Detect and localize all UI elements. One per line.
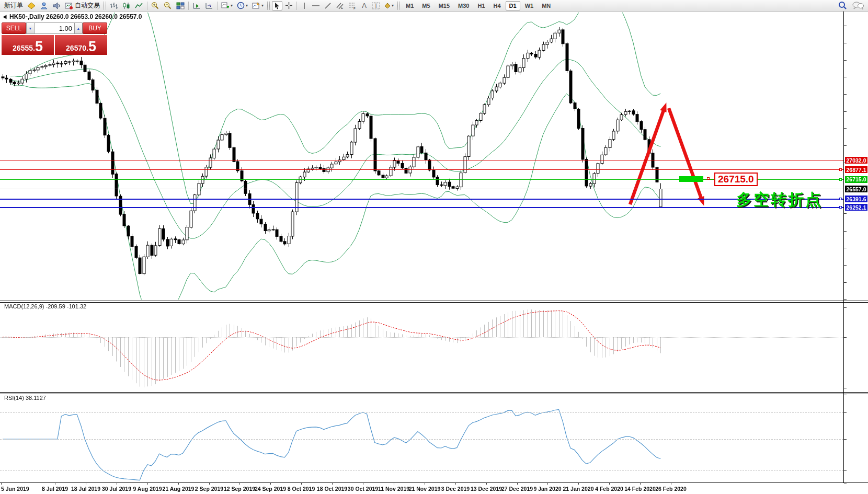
timeframe-m15[interactable]: M15	[435, 1, 453, 10]
arrows-dropdown-caret: ▾	[392, 3, 394, 8]
volume-input[interactable]	[35, 22, 74, 34]
time-label: 2 Sep 2019	[195, 486, 223, 492]
timeframe-mn[interactable]: MN	[538, 1, 554, 10]
hline-26391.6[interactable]	[0, 199, 843, 200]
timeframe-m30[interactable]: M30	[454, 1, 473, 10]
panel-separator	[0, 394, 868, 394]
macd-label: MACD(12,26,9) -209.59 -101.32	[4, 303, 86, 309]
line-handle-26715.0[interactable]	[839, 178, 842, 181]
toolbar-separator	[188, 2, 189, 10]
volume-increase-button[interactable]: ▲	[74, 22, 83, 34]
signals-icon[interactable]	[51, 1, 62, 10]
time-label: 30 Oct 2019	[348, 486, 378, 492]
timeframe-w1[interactable]: W1	[521, 1, 538, 10]
horizontal-line-tool[interactable]	[310, 1, 322, 10]
time-label: 12 Sep 2019	[224, 486, 255, 492]
timeframe-h4[interactable]: H4	[490, 1, 505, 10]
line-chart-icon[interactable]	[133, 1, 145, 10]
time-label: 18 Jul 2019	[71, 486, 100, 492]
buy-button[interactable]: BUY	[83, 22, 107, 34]
rsi-label: RSI(14) 38.1127	[4, 395, 46, 401]
timeframe-m5[interactable]: M5	[418, 1, 433, 10]
fibonacci-tool[interactable]: F	[347, 1, 358, 10]
candlestick-chart-icon[interactable]	[121, 1, 132, 10]
sell-price-main: 26555	[13, 43, 33, 53]
timeframe-h1[interactable]: H1	[474, 1, 488, 10]
hline-26252.1[interactable]	[0, 207, 843, 208]
indicators-icon[interactable]: ▾	[220, 1, 234, 10]
auto-trading-button[interactable]: 自动交易	[63, 1, 101, 10]
chart-title: HK50-,Daily 26260.0 26653.0 26260.0 2655…	[9, 13, 142, 20]
templates-dropdown-caret: ▾	[261, 3, 264, 8]
green-marker-rect[interactable]	[679, 176, 703, 182]
time-label: 26 Feb 2020	[655, 486, 687, 492]
volume-decrease-button[interactable]: ▼	[26, 22, 35, 34]
price-box-26391.6: 26391.6	[845, 196, 867, 202]
toolbar-separator	[296, 2, 297, 10]
bar-chart-icon[interactable]	[108, 1, 120, 10]
arrows-tool[interactable]: ▾	[383, 1, 395, 10]
toolbar-separator	[147, 2, 147, 10]
zoom-in-icon[interactable]	[150, 1, 161, 10]
navigator-icon[interactable]	[38, 1, 50, 10]
text-label-tool[interactable]: T	[370, 1, 382, 10]
rsi-panel[interactable]	[0, 394, 843, 482]
crosshair-tool[interactable]	[283, 1, 294, 10]
price-box-26557.0: 26557.0	[845, 186, 867, 192]
hline-26877.1[interactable]	[0, 169, 843, 170]
time-label: 4 Feb 2020	[595, 486, 623, 492]
macd-panel[interactable]	[0, 303, 843, 392]
buy-price-panel[interactable]: 26570.5	[55, 35, 107, 55]
toolbar-grip	[267, 2, 270, 10]
chart-shift-icon[interactable]	[203, 1, 215, 10]
price-callout[interactable]: 26715.0	[714, 173, 758, 186]
time-label: 18 Oct 2019	[317, 486, 347, 492]
hline-27032.0[interactable]	[0, 160, 843, 160]
sell-button[interactable]: SELL	[2, 22, 26, 34]
time-axis-line	[0, 482, 868, 483]
timeframe-m1[interactable]: M1	[402, 1, 417, 10]
cursor-tool[interactable]	[272, 1, 282, 10]
main-chart-area[interactable]	[0, 12, 843, 301]
price-box-26877.1: 26877.1	[845, 166, 867, 173]
time-label: 21 Aug 2019	[163, 486, 195, 492]
tile-windows-icon[interactable]	[175, 1, 186, 10]
time-label: 3 Dec 2019	[441, 486, 470, 492]
price-axis-line	[843, 12, 844, 482]
price-box-27032.0: 27032.0	[845, 157, 867, 164]
line-handle-26391.6[interactable]	[839, 198, 842, 200]
panel-separator[interactable]	[0, 301, 868, 301]
search-icon[interactable]	[838, 1, 847, 12]
text-tool[interactable]: A	[359, 1, 369, 10]
equidistant-channel-tool[interactable]: E	[334, 1, 346, 10]
sell-price-panel[interactable]: 26555.5	[2, 35, 54, 55]
zoom-out-icon[interactable]	[162, 1, 174, 10]
hline-26557.0[interactable]	[0, 189, 843, 189]
auto-scroll-icon[interactable]	[191, 1, 202, 10]
cn-annotation[interactable]: 多空转折点	[736, 189, 823, 211]
time-label: 9 Jan 2020	[533, 486, 561, 492]
panel-separator[interactable]	[0, 392, 868, 393]
time-label: 27 Dec 2019	[501, 486, 533, 492]
time-label: 8 Oct 2019	[288, 486, 315, 492]
chat-icon[interactable]	[852, 2, 864, 12]
periods-icon[interactable]: ▾	[235, 1, 249, 10]
main-toolbar: 新订单 自动交易 ▾ ▾	[0, 0, 868, 12]
time-label: 30 Jul 2019	[102, 486, 131, 492]
time-label: 11 Nov 2019	[378, 486, 409, 492]
vertical-line-tool[interactable]	[299, 1, 309, 10]
buy-price-fraction: 5	[88, 40, 96, 53]
templates-icon[interactable]: ▾	[250, 1, 265, 10]
line-handle-26252.1[interactable]	[839, 206, 842, 209]
time-label: 24 Sep 2019	[255, 486, 286, 492]
svg-text:E: E	[341, 6, 343, 9]
buy-price-main: 26570	[66, 43, 86, 53]
new-order-button[interactable]: 新订单	[3, 1, 25, 10]
rsi-level-80	[0, 412, 843, 413]
trend-line-tool[interactable]	[323, 1, 333, 10]
timeframe-d1[interactable]: D1	[506, 1, 520, 10]
line-handle-26877.1[interactable]	[839, 168, 842, 171]
svg-text:F: F	[353, 7, 356, 9]
price-axis[interactable]	[843, 12, 868, 482]
market-watch-icon[interactable]	[26, 1, 37, 10]
